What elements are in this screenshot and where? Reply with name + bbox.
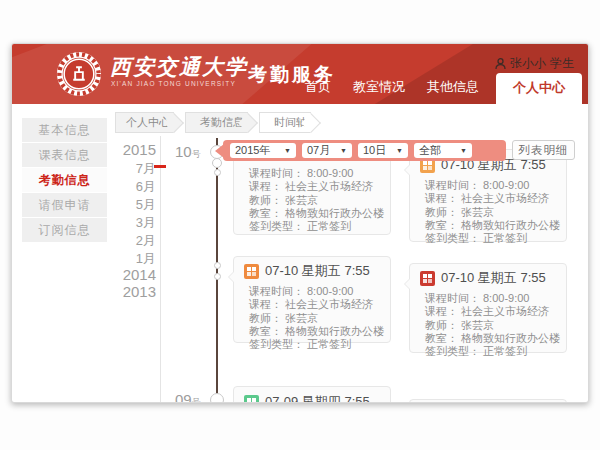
card-title: 07-09 星期四 7:55: [244, 393, 380, 403]
university-logo-icon: [56, 51, 102, 97]
timeline-node-day09-large: [210, 393, 224, 403]
year-dropdown[interactable]: 2015年 ▼: [230, 143, 296, 158]
attendance-card: 课程时间：8:00-9:00 课程：社会主义市场经济 教师：张芸京 教室：格物致…: [233, 151, 391, 235]
university-name-en: XI'AN JIAO TONG UNIVERSITY: [111, 80, 236, 87]
calendar-orange-icon: [244, 264, 259, 279]
breadcrumb-personal-center[interactable]: 个人中心: [115, 112, 174, 133]
attendance-card: 07-10 星期五 7:55 课程时间：8:00-9:00 课程：社会主义市场经…: [409, 149, 567, 242]
breadcrumb: 个人中心 考勤信息 时间轴: [115, 112, 322, 133]
user-role: 学生: [550, 55, 574, 72]
user-info[interactable]: 张小小 学生: [495, 55, 574, 72]
timeline-month-7[interactable]: 7月: [72, 160, 156, 178]
timeline-year-2013[interactable]: 2013: [72, 283, 156, 300]
date-filter-bar: 2015年 ▼ 07月 ▼ 10日 ▼ 全部 ▼: [223, 140, 506, 161]
day-dropdown[interactable]: 10日 ▼: [358, 143, 408, 158]
timeline-year-2015[interactable]: 2015: [72, 141, 156, 158]
timeline-year-2014[interactable]: 2014: [72, 266, 156, 283]
university-name-zh: 西安交通大学: [110, 53, 248, 81]
nav-item-classrooms[interactable]: 教室情况: [342, 73, 416, 104]
breadcrumb-attendance[interactable]: 考勤信息: [185, 112, 248, 133]
day-axis-line: [216, 138, 218, 403]
current-month-marker: [154, 165, 166, 168]
timeline-month-5[interactable]: 5月: [72, 196, 156, 214]
calendar-red-icon: [420, 271, 435, 286]
timeline-node-event: [214, 169, 221, 176]
timeline-month-2[interactable]: 2月: [72, 232, 156, 250]
breadcrumb-timeline[interactable]: 时间轴: [259, 112, 311, 133]
list-detail-button[interactable]: 列表明细: [512, 140, 575, 160]
attendance-card: 07-09 星期四 7:55: [233, 386, 391, 403]
chevron-down-icon: ▼: [396, 147, 403, 154]
attendance-app-window: 西安交通大学 XI'AN JIAO TONG UNIVERSITY 考勤服务 张…: [11, 43, 589, 403]
user-icon: [495, 58, 506, 70]
timeline-node-event: [214, 273, 221, 280]
main-nav: 首页 教室情况 其他信息 个人中心: [294, 73, 582, 104]
chevron-down-icon: ▼: [284, 147, 291, 154]
nav-item-home[interactable]: 首页: [294, 73, 342, 104]
user-name: 张小小: [510, 55, 546, 72]
page-background: 西安交通大学 XI'AN JIAO TONG UNIVERSITY 考勤服务 张…: [0, 0, 600, 450]
chevron-down-icon: ▼: [340, 147, 347, 154]
timeline-node-event: [214, 262, 221, 269]
timeline-month-6[interactable]: 6月: [72, 178, 156, 196]
attendance-card: [409, 399, 567, 403]
app-header: 西安交通大学 XI'AN JIAO TONG UNIVERSITY 考勤服务 张…: [12, 44, 588, 104]
nav-item-other-info[interactable]: 其他信息: [416, 73, 490, 104]
scope-dropdown[interactable]: 全部 ▼: [414, 143, 472, 158]
timeline-month-3[interactable]: 3月: [72, 214, 156, 232]
month-axis-line: [160, 136, 161, 403]
nav-item-personal-center[interactable]: 个人中心: [496, 73, 582, 104]
attendance-card: 07-10 星期五 7:55 课程时间：8:00-9:00 课程：社会主义市场经…: [409, 263, 567, 353]
day-label-10: 10号: [175, 143, 201, 161]
month-dropdown[interactable]: 07月 ▼: [302, 143, 352, 158]
card-title: 07-10 星期五 7:55: [244, 262, 380, 280]
chevron-down-icon: ▼: [460, 147, 467, 154]
calendar-green-icon: [244, 395, 259, 404]
attendance-card: 07-10 星期五 7:55 课程时间：8:00-9:00 课程：社会主义市场经…: [233, 256, 391, 343]
sidebar-item-basic-info[interactable]: 基本信息: [22, 118, 107, 142]
card-title: 07-10 星期五 7:55: [420, 269, 556, 287]
day-label-09: 09号: [175, 391, 201, 403]
timeline-node-day10-small: [212, 158, 222, 168]
